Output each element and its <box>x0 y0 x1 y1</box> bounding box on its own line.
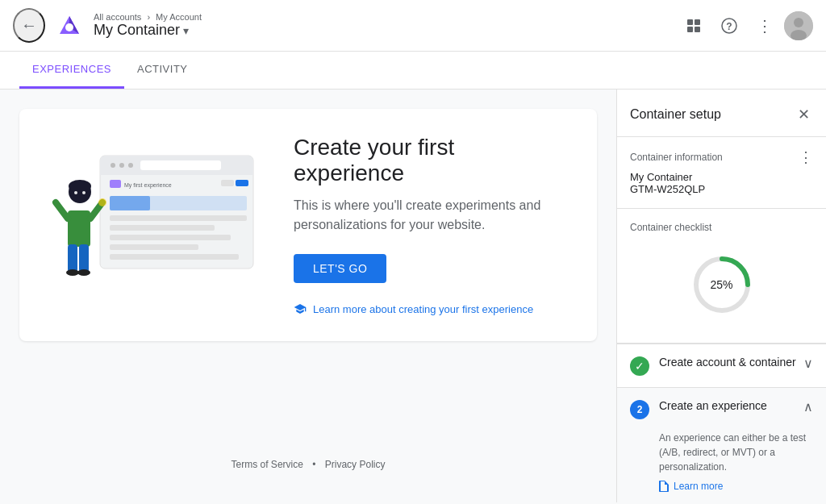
breadcrumb: All accounts › My Account <box>94 12 202 22</box>
container-info-section: Container information ⋮ My Container GTM… <box>617 137 826 209</box>
breadcrumb-all-accounts[interactable]: All accounts <box>94 12 141 22</box>
checklist-item-create-experience-desc: An experience can either be a test (A/B,… <box>659 431 813 474</box>
checklist-active-icon: 2 <box>630 400 649 419</box>
content-area: My first experience <box>0 90 616 502</box>
avatar[interactable] <box>784 11 813 40</box>
svg-rect-18 <box>110 180 121 188</box>
svg-text:?: ? <box>726 20 732 31</box>
sidebar: Container setup ✕ Container information … <box>616 90 826 502</box>
terms-link[interactable]: Terms of Service <box>232 459 303 470</box>
checklist-done-icon: ✓ <box>630 356 649 376</box>
learn-more-text: Learn more about creating your first exp… <box>313 303 533 315</box>
checklist-item-create-experience-content: Create an experience <box>659 399 803 412</box>
welcome-description: This is where you'll create experiments … <box>294 196 565 235</box>
svg-rect-5 <box>695 27 700 32</box>
checklist-label: Container checklist <box>630 222 813 233</box>
svg-point-16 <box>128 163 133 168</box>
footer-separator: • <box>312 459 315 470</box>
svg-point-9 <box>794 18 803 27</box>
app-title-area: All accounts › My Account My Container ▾ <box>94 12 202 39</box>
checklist-item-create-account[interactable]: ✓ Create account & container ∨ <box>617 344 826 387</box>
svg-rect-25 <box>110 225 215 231</box>
svg-rect-26 <box>110 235 231 240</box>
svg-rect-31 <box>68 210 90 247</box>
svg-point-40 <box>98 198 106 206</box>
apps-button[interactable] <box>678 10 710 42</box>
svg-rect-27 <box>110 244 198 250</box>
tabs-bar: EXPERIENCES ACTIVITY <box>0 52 826 90</box>
sidebar-header: Container setup ✕ <box>617 90 826 137</box>
svg-rect-28 <box>110 254 239 260</box>
container-info-name: My Container <box>630 171 813 183</box>
container-info-header: Container information ⋮ <box>630 150 813 165</box>
svg-point-39 <box>82 191 86 194</box>
main-layout: My first experience <box>0 90 826 502</box>
checklist-item-create-account-title: Create account & container <box>659 356 803 369</box>
svg-rect-34 <box>68 244 77 273</box>
header: ← All accounts › My Account My Container… <box>0 0 826 52</box>
welcome-content: Create your first experience This is whe… <box>294 135 565 315</box>
svg-rect-21 <box>236 180 248 186</box>
container-name-header: My Container <box>94 22 180 39</box>
svg-rect-4 <box>687 27 693 32</box>
sidebar-title: Container setup <box>630 107 721 122</box>
back-button[interactable]: ← <box>13 8 45 43</box>
svg-line-32 <box>56 202 68 219</box>
svg-text:My first experience: My first experience <box>124 182 172 189</box>
breadcrumb-arrow: › <box>147 12 150 22</box>
checklist-item-create-experience-expanded: An experience can either be a test (A/B,… <box>630 426 813 492</box>
grid-icon <box>686 18 702 34</box>
optimize-logo <box>55 11 84 40</box>
breadcrumb-account[interactable]: My Account <box>156 12 202 22</box>
container-selector[interactable]: My Container ▾ <box>94 22 202 39</box>
svg-rect-23 <box>110 196 150 210</box>
svg-point-37 <box>77 269 90 276</box>
svg-rect-24 <box>110 215 247 221</box>
help-button[interactable]: ? <box>713 10 745 42</box>
checklist-item-create-experience-title: Create an experience <box>659 399 803 412</box>
checklist-item-create-account-chevron: ∨ <box>803 356 813 371</box>
doc-icon <box>659 481 669 492</box>
welcome-card: My first experience <box>19 109 597 341</box>
container-info-id: GTM-W252QLP <box>630 183 813 195</box>
checklist-item-create-experience[interactable]: 2 Create an experience ∧ An experience c… <box>617 387 826 502</box>
svg-rect-35 <box>79 244 89 273</box>
progress-text: 25% <box>710 278 732 291</box>
more-icon: ⋮ <box>757 16 773 35</box>
tab-experiences[interactable]: EXPERIENCES <box>19 52 124 89</box>
svg-rect-3 <box>695 19 700 25</box>
learn-more-link[interactable]: Learn more about creating your first exp… <box>294 302 565 315</box>
more-button[interactable]: ⋮ <box>749 10 781 42</box>
svg-rect-2 <box>687 19 693 25</box>
checklist-item-create-experience-row: 2 Create an experience ∧ <box>630 399 813 419</box>
checklist-item-create-experience-learn-more[interactable]: Learn more <box>659 481 813 492</box>
container-info-more-button[interactable]: ⋮ <box>799 150 813 165</box>
checklist-section: Container checklist 25% <box>617 209 826 344</box>
checklist-item-create-account-content: Create account & container <box>659 356 803 369</box>
svg-point-1 <box>65 23 73 31</box>
container-info-label: Container information <box>630 152 723 163</box>
checklist-item-create-experience-learn-more-text: Learn more <box>674 481 723 492</box>
svg-rect-17 <box>140 160 221 170</box>
progress-circle: 25% <box>690 252 754 317</box>
container-chevron-icon: ▾ <box>183 24 189 37</box>
help-icon: ? <box>721 18 737 34</box>
svg-point-15 <box>119 163 124 168</box>
svg-point-36 <box>66 269 79 276</box>
graduation-icon <box>294 302 307 315</box>
progress-container: 25% <box>630 246 813 330</box>
svg-point-30 <box>69 180 91 193</box>
lets-go-button[interactable]: LET'S GO <box>294 254 386 283</box>
header-right: ? ⋮ <box>678 10 813 42</box>
sidebar-close-button[interactable]: ✕ <box>795 102 813 127</box>
user-avatar-image <box>784 11 813 40</box>
svg-point-14 <box>111 163 115 168</box>
privacy-link[interactable]: Privacy Policy <box>325 459 386 470</box>
svg-point-38 <box>74 191 77 194</box>
svg-rect-20 <box>221 180 234 186</box>
welcome-title: Create your first experience <box>294 135 565 186</box>
svg-rect-13 <box>100 170 253 175</box>
tab-activity[interactable]: ACTIVITY <box>124 52 201 89</box>
header-left: ← All accounts › My Account My Container… <box>13 8 678 43</box>
checklist-item-create-experience-chevron: ∧ <box>803 399 813 414</box>
